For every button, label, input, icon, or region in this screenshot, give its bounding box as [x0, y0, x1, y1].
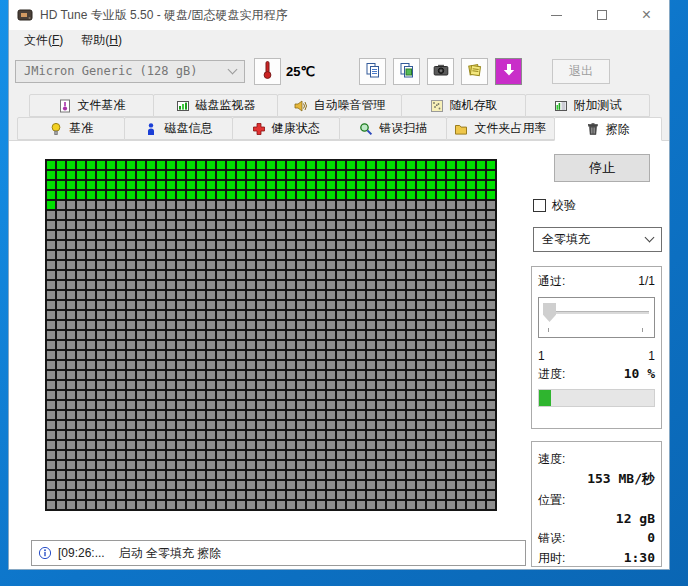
grid-cell: [67, 171, 75, 179]
grid-cell: [147, 291, 155, 299]
grid-cell: [247, 181, 255, 189]
grid-cell: [387, 451, 395, 459]
tab-health[interactable]: 健康状态: [232, 117, 340, 140]
tab-random-access[interactable]: 随机存取: [401, 94, 526, 117]
grid-cell: [217, 501, 225, 509]
bulb-icon: [49, 122, 63, 136]
fill-mode-select[interactable]: 全零填充: [533, 227, 662, 252]
grid-cell: [317, 491, 325, 499]
grid-cell: [257, 461, 265, 469]
tab-erase[interactable]: 擦除: [554, 117, 662, 141]
grid-cell: [187, 481, 195, 489]
screenshot-button[interactable]: [427, 58, 454, 85]
slider-track: [544, 311, 649, 314]
grid-cell: [387, 161, 395, 169]
grid-cell: [457, 331, 465, 339]
grid-cell: [447, 411, 455, 419]
grid-cell: [127, 351, 135, 359]
grid-cell: [367, 491, 375, 499]
tab-error-scan[interactable]: 错误扫描: [339, 117, 447, 140]
grid-cell: [187, 161, 195, 169]
grid-cell: [77, 261, 85, 269]
grid-cell: [107, 351, 115, 359]
grid-cell: [397, 261, 405, 269]
copy-text-button[interactable]: [359, 58, 386, 85]
tab-disk-monitor[interactable]: 磁盘监视器: [153, 94, 278, 117]
exit-button[interactable]: 退出: [552, 59, 610, 84]
grid-cell: [397, 451, 405, 459]
grid-cell: [247, 491, 255, 499]
grid-cell: [267, 331, 275, 339]
grid-cell: [137, 351, 145, 359]
copy-image-button[interactable]: [393, 58, 420, 85]
grid-cell: [207, 361, 215, 369]
grid-cell: [177, 341, 185, 349]
pass-count-slider[interactable]: [538, 297, 655, 338]
grid-cell: [407, 331, 415, 339]
grid-cell: [457, 321, 465, 329]
grid-cell: [257, 331, 265, 339]
grid-cell: [97, 371, 105, 379]
maximize-button[interactable]: [579, 0, 624, 30]
tab-file-benchmark[interactable]: 文件基准: [29, 94, 154, 117]
verify-checkbox-row[interactable]: 校验: [533, 197, 576, 214]
grid-cell: [227, 451, 235, 459]
grid-cell: [157, 321, 165, 329]
grid-cell: [297, 381, 305, 389]
grid-cell: [477, 351, 485, 359]
grid-cell: [267, 491, 275, 499]
tab-disk-info[interactable]: 磁盘信息: [124, 117, 232, 140]
grid-cell: [487, 361, 495, 369]
errors-label: 错误:: [538, 530, 565, 547]
grid-cell: [207, 371, 215, 379]
grid-cell: [397, 481, 405, 489]
temperature-button[interactable]: [254, 58, 281, 85]
tab-extra-tests[interactable]: 附加测试: [525, 94, 650, 117]
grid-cell: [487, 461, 495, 469]
grid-cell: [227, 461, 235, 469]
menu-file[interactable]: 文件(F): [15, 30, 72, 51]
save-results-button[interactable]: [495, 58, 522, 85]
grid-cell: [227, 211, 235, 219]
window-titlebar[interactable]: HD Tune 专业版 5.50 - 硬盘/固态硬盘实用程序 ×: [9, 0, 669, 30]
grid-cell: [57, 421, 65, 429]
menu-help[interactable]: 帮助(H): [72, 30, 131, 51]
grid-cell: [47, 211, 55, 219]
drive-select[interactable]: JMicron Generic (128 gB): [15, 60, 245, 83]
grid-cell: [107, 461, 115, 469]
grid-cell: [167, 471, 175, 479]
grid-cell: [177, 241, 185, 249]
grid-cell: [137, 481, 145, 489]
verify-checkbox[interactable]: [533, 199, 546, 212]
tab-folder-usage[interactable]: 文件夹占用率: [446, 117, 554, 140]
stop-button[interactable]: 停止: [554, 154, 650, 182]
grid-cell: [447, 391, 455, 399]
grid-cell: [287, 421, 295, 429]
grid-cell: [357, 381, 365, 389]
grid-cell: [437, 231, 445, 239]
grid-cell: [397, 311, 405, 319]
grid-cell: [367, 171, 375, 179]
grid-cell: [297, 201, 305, 209]
tab-benchmark[interactable]: 基准: [17, 117, 125, 140]
tab-aam[interactable]: 自动噪音管理: [277, 94, 402, 117]
grid-cell: [447, 261, 455, 269]
notes-button[interactable]: [461, 58, 488, 85]
grid-cell: [467, 281, 475, 289]
grid-cell: [217, 171, 225, 179]
slider-thumb[interactable]: [543, 303, 556, 322]
close-button[interactable]: ×: [624, 0, 669, 30]
grid-cell: [137, 201, 145, 209]
grid-cell: [107, 201, 115, 209]
grid-cell: [327, 451, 335, 459]
grid-cell: [357, 321, 365, 329]
grid-cell: [397, 441, 405, 449]
minimize-button[interactable]: [534, 0, 579, 30]
grid-cell: [217, 231, 225, 239]
grid-cell: [57, 471, 65, 479]
grid-cell: [107, 441, 115, 449]
grid-cell: [397, 241, 405, 249]
grid-cell: [427, 311, 435, 319]
grid-cell: [407, 481, 415, 489]
grid-cell: [387, 191, 395, 199]
